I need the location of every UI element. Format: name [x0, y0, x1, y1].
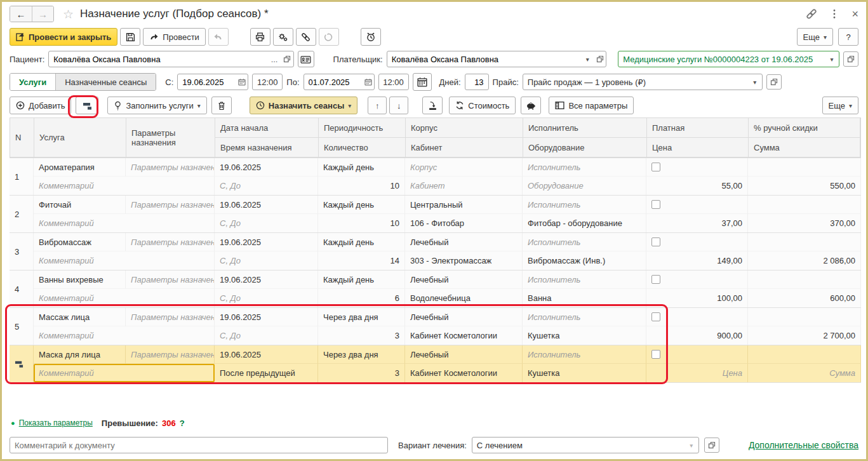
show-params-link[interactable]: Показать параметры: [19, 418, 93, 427]
post-button[interactable]: Провести: [143, 28, 206, 46]
undo-button[interactable]: [208, 28, 229, 46]
discount-cell[interactable]: [748, 271, 861, 289]
price-cell[interactable]: 55,00: [646, 177, 748, 195]
params-cell[interactable]: Параметры назначения: [126, 271, 215, 289]
header-n[interactable]: N: [10, 118, 34, 157]
executor-cell[interactable]: Исполнитель: [523, 196, 646, 214]
comment-cell[interactable]: Комментарий: [34, 177, 215, 195]
equipment-cell[interactable]: Оборудование: [523, 177, 646, 195]
periodicity-cell[interactable]: Каждый день: [318, 271, 405, 289]
header-discount[interactable]: % ручной скидки: [749, 118, 860, 138]
equipment-cell[interactable]: Кушетка: [523, 364, 646, 382]
tab-services[interactable]: Услуги: [10, 74, 55, 90]
document-comment-field[interactable]: [10, 437, 388, 453]
header-sum[interactable]: Сумма: [749, 138, 860, 157]
comment-cell-focused[interactable]: Комментарий: [34, 364, 215, 382]
close-icon[interactable]: ×: [851, 8, 858, 21]
post-and-close-button[interactable]: Провести и закрыть: [10, 28, 117, 46]
reminder-button[interactable]: [361, 28, 381, 46]
document-comment-input[interactable]: [10, 441, 387, 450]
service-cell[interactable]: Фиточай: [34, 196, 126, 214]
settings-gears-button[interactable]: [273, 28, 293, 46]
comment-cell[interactable]: Комментарий: [34, 214, 215, 232]
paid-checkbox[interactable]: [651, 350, 660, 359]
from-time-field[interactable]: 12:00: [252, 74, 283, 90]
comment-cell[interactable]: Комментарий: [34, 289, 215, 307]
comment-cell[interactable]: Комментарий: [34, 251, 215, 270]
corpus-cell[interactable]: Корпус: [405, 158, 523, 177]
sum-cell[interactable]: 370,00: [748, 214, 861, 232]
corpus-cell[interactable]: Лечебный: [405, 233, 523, 251]
periodicity-cell[interactable]: Каждый день: [318, 233, 405, 251]
price-cell[interactable]: 37,00: [646, 214, 748, 232]
start-date-cell[interactable]: 19.06.2025: [215, 271, 318, 289]
qty-cell[interactable]: 10: [318, 177, 405, 195]
payer-open-icon[interactable]: [594, 51, 606, 67]
sum-cell[interactable]: Сумма: [748, 364, 861, 382]
discount-cell[interactable]: [748, 345, 861, 364]
price-open-button[interactable]: [766, 74, 782, 90]
excess-help-icon[interactable]: ?: [180, 418, 185, 428]
periodicity-cell[interactable]: Каждый день: [318, 196, 405, 214]
equipment-cell[interactable]: Вибромассаж (Инв.): [523, 251, 646, 270]
qty-cell[interactable]: 6: [318, 289, 405, 307]
days-field[interactable]: [465, 74, 489, 90]
payer-input[interactable]: [387, 55, 582, 64]
to-time-field[interactable]: 12:00: [378, 74, 409, 90]
paid-cell[interactable]: [646, 345, 748, 364]
params-cell[interactable]: Параметры назначения: [126, 196, 215, 214]
to-date-input[interactable]: [304, 77, 363, 87]
cabinet-cell[interactable]: Кабинет Косметологии: [405, 326, 523, 345]
medcard-button[interactable]: [298, 51, 314, 67]
service-cell[interactable]: Маска для лица: [34, 345, 126, 364]
tab-sessions[interactable]: Назначенные сеансы: [55, 74, 156, 90]
forward-button[interactable]: →: [32, 6, 53, 22]
sum-cell[interactable]: 2 700,00: [748, 326, 861, 345]
add-linked-service-button[interactable]: [76, 97, 98, 114]
periodicity-cell[interactable]: Через два дня: [318, 345, 405, 364]
fill-services-button[interactable]: Заполнить услуги▾: [107, 97, 206, 114]
header-date[interactable]: Дата начала: [215, 118, 319, 138]
help-button[interactable]: ?: [838, 28, 858, 46]
header-period[interactable]: Периодичность: [319, 118, 406, 138]
move-up-button[interactable]: ↑: [368, 97, 387, 114]
header-paid[interactable]: Платная: [647, 118, 749, 138]
print-button[interactable]: [250, 28, 270, 46]
executor-cell[interactable]: Исполнитель: [523, 308, 646, 326]
toolbar-more-button[interactable]: Еще▾: [797, 28, 833, 46]
corpus-cell[interactable]: Лечебный: [405, 345, 523, 364]
patient-field[interactable]: ...: [48, 51, 293, 67]
payer-dropdown-icon[interactable]: ▾: [582, 51, 594, 67]
time-cell[interactable]: С, До: [215, 214, 318, 232]
table-row[interactable]: 4 Ванны вихревые Параметры назначения 19…: [10, 271, 861, 308]
start-date-cell[interactable]: 19.06.2025: [215, 233, 318, 251]
service-cell[interactable]: Ароматерапия: [34, 158, 126, 177]
paid-checkbox[interactable]: [651, 200, 660, 209]
qty-cell[interactable]: 3: [318, 364, 405, 382]
executor-cell[interactable]: Исполнитель: [523, 271, 646, 289]
qty-cell[interactable]: 14: [318, 251, 405, 270]
medcard-document-field[interactable]: Медицинские услуги №0000004223 от 19.06.…: [618, 51, 839, 67]
extra-properties-link[interactable]: Дополнительные свойства: [749, 440, 858, 450]
back-button[interactable]: ←: [10, 6, 32, 22]
header-corpus[interactable]: Корпус: [406, 118, 523, 138]
add-row-button[interactable]: Добавить: [10, 97, 71, 114]
comment-cell[interactable]: Комментарий: [34, 326, 215, 345]
header-equipment[interactable]: Оборудование: [523, 138, 647, 157]
from-date-input[interactable]: [178, 77, 236, 87]
price-list-field[interactable]: Прайс продаж — 1 уровень (₽) ▾: [523, 74, 763, 90]
corpus-cell[interactable]: Лечебный: [405, 308, 523, 326]
to-date-field[interactable]: [304, 74, 375, 90]
discount-cell[interactable]: [748, 308, 861, 326]
qty-cell[interactable]: 10: [318, 214, 405, 232]
history-button[interactable]: [319, 28, 339, 46]
patient-pick-button[interactable]: ...: [268, 51, 281, 67]
start-date-cell[interactable]: 19.06.2025: [215, 196, 318, 214]
price-cell[interactable]: 100,00: [646, 289, 748, 307]
price-cell[interactable]: 149,00: [646, 251, 748, 270]
header-qty[interactable]: Количество: [319, 138, 406, 157]
header-executor[interactable]: Исполнитель: [523, 118, 647, 138]
price-cell[interactable]: Цена: [646, 364, 748, 382]
executor-cell[interactable]: Исполнитель: [523, 345, 646, 364]
params-cell[interactable]: Параметры назначения: [126, 233, 215, 251]
